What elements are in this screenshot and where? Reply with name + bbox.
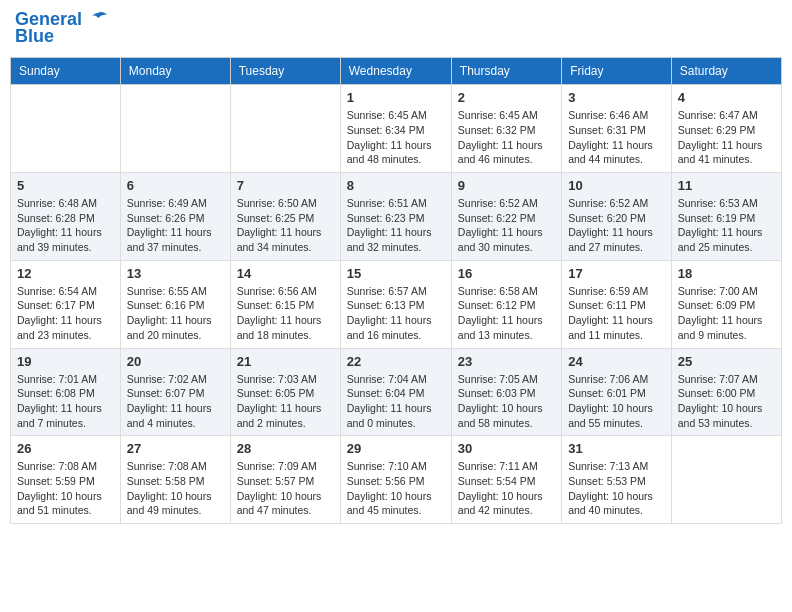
calendar-cell (11, 85, 121, 173)
day-number: 24 (568, 354, 665, 369)
day-info: Sunrise: 7:13 AMSunset: 5:53 PMDaylight:… (568, 459, 665, 518)
calendar-cell: 30Sunrise: 7:11 AMSunset: 5:54 PMDayligh… (451, 436, 561, 524)
weekday-header: Wednesday (340, 58, 451, 85)
calendar-cell: 13Sunrise: 6:55 AMSunset: 6:16 PMDayligh… (120, 260, 230, 348)
calendar-week-row: 19Sunrise: 7:01 AMSunset: 6:08 PMDayligh… (11, 348, 782, 436)
day-info: Sunrise: 6:52 AMSunset: 6:20 PMDaylight:… (568, 196, 665, 255)
day-info: Sunrise: 7:09 AMSunset: 5:57 PMDaylight:… (237, 459, 334, 518)
day-info: Sunrise: 7:03 AMSunset: 6:05 PMDaylight:… (237, 372, 334, 431)
calendar-week-row: 12Sunrise: 6:54 AMSunset: 6:17 PMDayligh… (11, 260, 782, 348)
day-info: Sunrise: 7:08 AMSunset: 5:58 PMDaylight:… (127, 459, 224, 518)
weekday-header: Monday (120, 58, 230, 85)
day-info: Sunrise: 6:56 AMSunset: 6:15 PMDaylight:… (237, 284, 334, 343)
day-info: Sunrise: 6:58 AMSunset: 6:12 PMDaylight:… (458, 284, 555, 343)
day-number: 5 (17, 178, 114, 193)
calendar-cell: 11Sunrise: 6:53 AMSunset: 6:19 PMDayligh… (671, 173, 781, 261)
calendar-cell: 29Sunrise: 7:10 AMSunset: 5:56 PMDayligh… (340, 436, 451, 524)
day-number: 7 (237, 178, 334, 193)
calendar-header-row: SundayMondayTuesdayWednesdayThursdayFrid… (11, 58, 782, 85)
calendar-cell: 5Sunrise: 6:48 AMSunset: 6:28 PMDaylight… (11, 173, 121, 261)
calendar-cell: 16Sunrise: 6:58 AMSunset: 6:12 PMDayligh… (451, 260, 561, 348)
day-info: Sunrise: 7:06 AMSunset: 6:01 PMDaylight:… (568, 372, 665, 431)
day-number: 19 (17, 354, 114, 369)
day-info: Sunrise: 6:46 AMSunset: 6:31 PMDaylight:… (568, 108, 665, 167)
calendar-cell: 4Sunrise: 6:47 AMSunset: 6:29 PMDaylight… (671, 85, 781, 173)
day-number: 23 (458, 354, 555, 369)
calendar-cell: 17Sunrise: 6:59 AMSunset: 6:11 PMDayligh… (562, 260, 672, 348)
day-number: 14 (237, 266, 334, 281)
day-info: Sunrise: 6:51 AMSunset: 6:23 PMDaylight:… (347, 196, 445, 255)
day-number: 3 (568, 90, 665, 105)
calendar-week-row: 26Sunrise: 7:08 AMSunset: 5:59 PMDayligh… (11, 436, 782, 524)
logo-bird-icon (88, 10, 108, 30)
calendar-week-row: 1Sunrise: 6:45 AMSunset: 6:34 PMDaylight… (11, 85, 782, 173)
calendar-cell: 28Sunrise: 7:09 AMSunset: 5:57 PMDayligh… (230, 436, 340, 524)
weekday-header: Tuesday (230, 58, 340, 85)
calendar-cell (120, 85, 230, 173)
calendar-table: SundayMondayTuesdayWednesdayThursdayFrid… (10, 57, 782, 524)
day-info: Sunrise: 6:45 AMSunset: 6:32 PMDaylight:… (458, 108, 555, 167)
day-number: 31 (568, 441, 665, 456)
calendar-cell: 15Sunrise: 6:57 AMSunset: 6:13 PMDayligh… (340, 260, 451, 348)
calendar-cell: 19Sunrise: 7:01 AMSunset: 6:08 PMDayligh… (11, 348, 121, 436)
calendar-cell: 9Sunrise: 6:52 AMSunset: 6:22 PMDaylight… (451, 173, 561, 261)
calendar-cell: 3Sunrise: 6:46 AMSunset: 6:31 PMDaylight… (562, 85, 672, 173)
logo: General Blue (15, 10, 109, 47)
calendar-cell: 7Sunrise: 6:50 AMSunset: 6:25 PMDaylight… (230, 173, 340, 261)
day-info: Sunrise: 7:10 AMSunset: 5:56 PMDaylight:… (347, 459, 445, 518)
day-number: 2 (458, 90, 555, 105)
day-number: 11 (678, 178, 775, 193)
weekday-header: Sunday (11, 58, 121, 85)
day-number: 4 (678, 90, 775, 105)
day-number: 26 (17, 441, 114, 456)
day-info: Sunrise: 6:52 AMSunset: 6:22 PMDaylight:… (458, 196, 555, 255)
day-info: Sunrise: 7:01 AMSunset: 6:08 PMDaylight:… (17, 372, 114, 431)
day-number: 6 (127, 178, 224, 193)
weekday-header: Friday (562, 58, 672, 85)
day-info: Sunrise: 7:05 AMSunset: 6:03 PMDaylight:… (458, 372, 555, 431)
page-header: General Blue (10, 10, 782, 47)
day-number: 29 (347, 441, 445, 456)
day-number: 30 (458, 441, 555, 456)
day-info: Sunrise: 6:49 AMSunset: 6:26 PMDaylight:… (127, 196, 224, 255)
day-number: 16 (458, 266, 555, 281)
calendar-cell: 10Sunrise: 6:52 AMSunset: 6:20 PMDayligh… (562, 173, 672, 261)
day-info: Sunrise: 7:04 AMSunset: 6:04 PMDaylight:… (347, 372, 445, 431)
day-number: 12 (17, 266, 114, 281)
calendar-cell: 27Sunrise: 7:08 AMSunset: 5:58 PMDayligh… (120, 436, 230, 524)
day-number: 21 (237, 354, 334, 369)
calendar-cell: 1Sunrise: 6:45 AMSunset: 6:34 PMDaylight… (340, 85, 451, 173)
day-number: 27 (127, 441, 224, 456)
day-number: 10 (568, 178, 665, 193)
day-number: 13 (127, 266, 224, 281)
weekday-header: Thursday (451, 58, 561, 85)
calendar-cell (230, 85, 340, 173)
day-info: Sunrise: 7:02 AMSunset: 6:07 PMDaylight:… (127, 372, 224, 431)
day-info: Sunrise: 7:00 AMSunset: 6:09 PMDaylight:… (678, 284, 775, 343)
day-number: 1 (347, 90, 445, 105)
day-number: 22 (347, 354, 445, 369)
day-number: 28 (237, 441, 334, 456)
day-info: Sunrise: 7:08 AMSunset: 5:59 PMDaylight:… (17, 459, 114, 518)
day-info: Sunrise: 6:48 AMSunset: 6:28 PMDaylight:… (17, 196, 114, 255)
day-info: Sunrise: 6:45 AMSunset: 6:34 PMDaylight:… (347, 108, 445, 167)
calendar-cell: 26Sunrise: 7:08 AMSunset: 5:59 PMDayligh… (11, 436, 121, 524)
calendar-cell: 21Sunrise: 7:03 AMSunset: 6:05 PMDayligh… (230, 348, 340, 436)
calendar-cell: 14Sunrise: 6:56 AMSunset: 6:15 PMDayligh… (230, 260, 340, 348)
calendar-cell: 22Sunrise: 7:04 AMSunset: 6:04 PMDayligh… (340, 348, 451, 436)
day-info: Sunrise: 6:57 AMSunset: 6:13 PMDaylight:… (347, 284, 445, 343)
calendar-week-row: 5Sunrise: 6:48 AMSunset: 6:28 PMDaylight… (11, 173, 782, 261)
day-number: 15 (347, 266, 445, 281)
weekday-header: Saturday (671, 58, 781, 85)
calendar-cell: 31Sunrise: 7:13 AMSunset: 5:53 PMDayligh… (562, 436, 672, 524)
day-info: Sunrise: 6:59 AMSunset: 6:11 PMDaylight:… (568, 284, 665, 343)
calendar-cell: 25Sunrise: 7:07 AMSunset: 6:00 PMDayligh… (671, 348, 781, 436)
day-number: 18 (678, 266, 775, 281)
day-info: Sunrise: 6:47 AMSunset: 6:29 PMDaylight:… (678, 108, 775, 167)
day-info: Sunrise: 6:53 AMSunset: 6:19 PMDaylight:… (678, 196, 775, 255)
day-number: 25 (678, 354, 775, 369)
day-info: Sunrise: 6:55 AMSunset: 6:16 PMDaylight:… (127, 284, 224, 343)
calendar-cell: 6Sunrise: 6:49 AMSunset: 6:26 PMDaylight… (120, 173, 230, 261)
calendar-cell: 12Sunrise: 6:54 AMSunset: 6:17 PMDayligh… (11, 260, 121, 348)
day-number: 20 (127, 354, 224, 369)
